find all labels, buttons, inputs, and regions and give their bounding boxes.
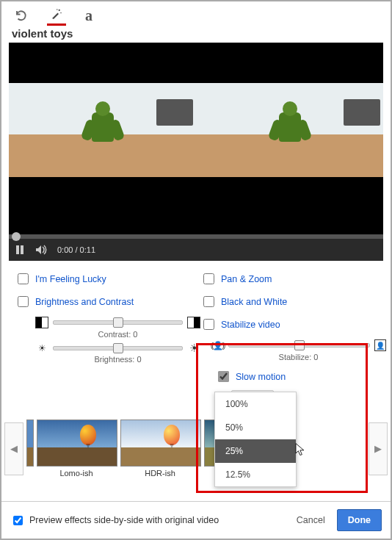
wand-icon bbox=[50, 7, 63, 21]
slow-motion-checkbox[interactable] bbox=[218, 371, 229, 382]
filter-label: HDR-ish bbox=[120, 469, 200, 478]
speed-dropdown-menu: 100% 50% 25% 12.5% bbox=[214, 392, 297, 487]
pause-button[interactable] bbox=[9, 239, 31, 261]
video-title: violent toys bbox=[1, 26, 391, 43]
speed-option-100[interactable]: 100% bbox=[215, 392, 296, 416]
svg-rect-3 bbox=[16, 245, 19, 254]
feeling-lucky-checkbox[interactable] bbox=[18, 273, 29, 284]
contrast-min-icon bbox=[35, 317, 48, 328]
feeling-lucky-option[interactable]: I'm Feeling Lucky bbox=[15, 271, 200, 287]
black-white-option[interactable]: Black and White bbox=[200, 294, 386, 309]
volume-button[interactable] bbox=[31, 239, 53, 261]
duration: 0:11 bbox=[80, 245, 95, 254]
pan-zoom-checkbox[interactable] bbox=[203, 273, 214, 284]
svg-point-0 bbox=[59, 10, 60, 11]
carousel-next[interactable]: ▶ bbox=[369, 422, 388, 475]
pan-zoom-label: Pan & Zoom bbox=[221, 274, 272, 284]
stabilize-value: 0 bbox=[313, 353, 318, 361]
feeling-lucky-label: I'm Feeling Lucky bbox=[35, 274, 106, 284]
speed-option-50[interactable]: 50% bbox=[215, 416, 296, 439]
preview-side-by-side-option[interactable]: Preview effects side-by-side with origin… bbox=[10, 514, 219, 528]
stabilize-caption: Stabilize: bbox=[279, 353, 312, 361]
brightness-contrast-option[interactable]: Brightness and Contrast bbox=[15, 294, 200, 309]
cancel-button[interactable]: Cancel bbox=[289, 510, 333, 530]
volume-icon bbox=[35, 245, 48, 255]
speed-option-25-label: 25% bbox=[225, 446, 243, 456]
contrast-slider[interactable] bbox=[53, 320, 183, 325]
black-white-checkbox[interactable] bbox=[203, 296, 214, 307]
svg-point-1 bbox=[60, 12, 62, 14]
stabilize-slider[interactable] bbox=[228, 343, 370, 348]
current-time: 0:00 bbox=[57, 245, 73, 254]
preview-effect bbox=[196, 83, 383, 177]
enhancements-tab[interactable] bbox=[47, 4, 66, 26]
undo-tab[interactable] bbox=[12, 6, 31, 25]
done-button[interactable]: Done bbox=[337, 509, 382, 531]
contrast-caption: Contrast: bbox=[98, 330, 131, 339]
text-tab[interactable]: a bbox=[82, 5, 95, 26]
video-preview bbox=[9, 43, 383, 239]
contrast-max-icon bbox=[187, 317, 200, 328]
stabilize-option[interactable]: Stabilize video bbox=[200, 317, 386, 332]
brightness-value: 0 bbox=[137, 355, 141, 364]
preview-side-by-side-checkbox[interactable] bbox=[13, 516, 23, 525]
seek-thumb[interactable] bbox=[12, 232, 21, 241]
undo-icon bbox=[15, 9, 28, 22]
slow-motion-option[interactable]: Slow motion bbox=[215, 369, 386, 384]
brightness-min-icon: ☀ bbox=[35, 343, 48, 353]
pan-zoom-option[interactable]: Pan & Zoom bbox=[200, 271, 386, 287]
svg-rect-4 bbox=[21, 245, 23, 254]
preview-side-by-side-label: Preview effects side-by-side with origin… bbox=[29, 515, 219, 525]
filter-hdr-ish[interactable]: HDR-ish bbox=[120, 420, 200, 478]
brightness-max-icon: ☀ bbox=[187, 343, 200, 353]
contrast-value: 0 bbox=[133, 330, 137, 339]
stabilize-checkbox[interactable] bbox=[203, 319, 214, 330]
filter-label: Lomo-ish bbox=[37, 469, 116, 478]
stabilize-label: Stabilize video bbox=[221, 320, 280, 330]
filter-lomo-ish[interactable]: Lomo-ish bbox=[37, 420, 116, 478]
black-white-label: Black and White bbox=[221, 297, 287, 307]
speed-option-12-5[interactable]: 12.5% bbox=[215, 463, 296, 486]
slow-motion-label: Slow motion bbox=[236, 372, 286, 382]
cursor-icon bbox=[293, 442, 306, 457]
brightness-caption: Brightness: bbox=[94, 355, 134, 364]
brightness-contrast-label: Brightness and Contrast bbox=[35, 297, 134, 307]
stabilize-max-icon: 👤 bbox=[374, 339, 386, 351]
svg-point-2 bbox=[57, 9, 58, 10]
speed-option-25[interactable]: 25% bbox=[215, 439, 296, 463]
pause-icon bbox=[15, 245, 25, 255]
brightness-slider[interactable] bbox=[53, 346, 183, 350]
stabilize-min-icon: ((👤)) bbox=[211, 340, 224, 350]
preview-original bbox=[9, 83, 196, 177]
filter-edge-left[interactable] bbox=[26, 420, 32, 478]
time-display: 0:00 / 0:11 bbox=[57, 245, 95, 254]
brightness-contrast-checkbox[interactable] bbox=[18, 296, 29, 307]
seek-bar[interactable] bbox=[9, 234, 383, 239]
carousel-prev[interactable]: ◀ bbox=[4, 422, 23, 475]
